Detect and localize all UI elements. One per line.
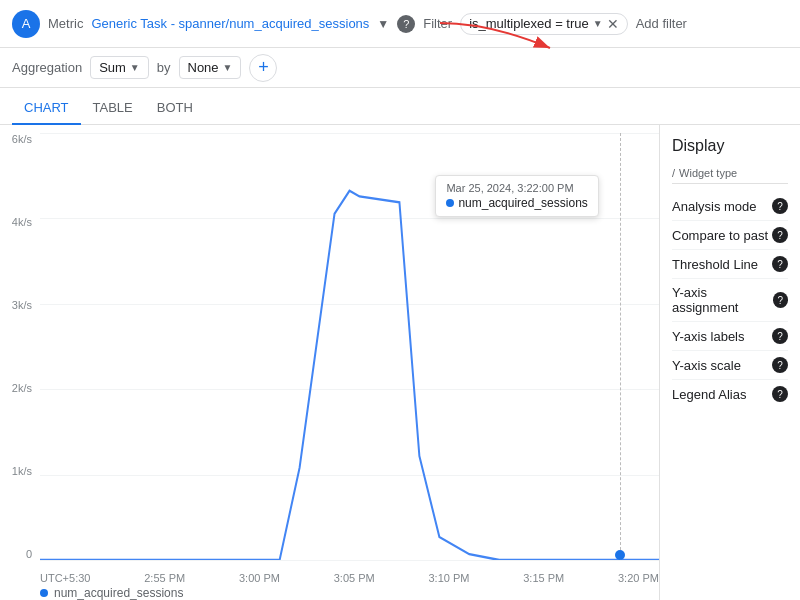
tab-row: CHART TABLE BOTH [0, 88, 800, 125]
display-panel: Display Widget type Analysis mode ? Comp… [660, 125, 800, 600]
panel-item-threshold-line[interactable]: Threshold Line ? [672, 250, 788, 279]
endpoint-dot [615, 550, 625, 560]
analysis-mode-help-icon[interactable]: ? [772, 198, 788, 214]
metric-label: Metric [48, 16, 83, 31]
x-label-320: 3:20 PM [618, 572, 659, 584]
panel-item-y-axis-scale[interactable]: Y-axis scale ? [672, 351, 788, 380]
grid-line-0 [40, 560, 659, 561]
secondary-toolbar: Aggregation Sum ▼ by None ▼ + [0, 48, 800, 88]
compare-to-past-help-icon[interactable]: ? [772, 227, 788, 243]
sum-select[interactable]: Sum ▼ [90, 56, 149, 79]
y-label-3k: 3k/s [12, 299, 32, 311]
help-icon[interactable]: ? [397, 15, 415, 33]
x-label-310: 3:10 PM [428, 572, 469, 584]
legend-alias-label: Legend Alias [672, 387, 746, 402]
by-label: by [157, 60, 171, 75]
legend-alias-help-icon[interactable]: ? [772, 386, 788, 402]
panel-item-legend-alias[interactable]: Legend Alias ? [672, 380, 788, 408]
chart-legend: num_acquired_sessions [40, 586, 183, 600]
main-area: 6k/s 4k/s 3k/s 2k/s 1k/s 0 Mar 25, 202 [0, 125, 800, 600]
add-aggregation-button[interactable]: + [249, 54, 277, 82]
y-label-4k: 4k/s [12, 216, 32, 228]
threshold-line-label: Threshold Line [672, 257, 758, 272]
tab-both[interactable]: BOTH [145, 92, 205, 125]
avatar: A [12, 10, 40, 38]
y-label-0: 0 [26, 548, 32, 560]
y-label-6k: 6k/s [12, 133, 32, 145]
tab-chart[interactable]: CHART [12, 92, 81, 125]
analysis-mode-label: Analysis mode [672, 199, 757, 214]
none-select[interactable]: None ▼ [179, 56, 242, 79]
y-axis-labels-help-icon[interactable]: ? [772, 328, 788, 344]
widget-type-header: Widget type [672, 167, 788, 184]
top-toolbar: A Metric Generic Task - spanner/num_acqu… [0, 0, 800, 48]
display-panel-title: Display [672, 137, 788, 155]
chart-svg [40, 133, 659, 560]
panel-item-y-axis-labels[interactable]: Y-axis labels ? [672, 322, 788, 351]
metric-value[interactable]: Generic Task - spanner/num_acquired_sess… [91, 16, 369, 31]
legend-label: num_acquired_sessions [54, 586, 183, 600]
x-label-utc: UTC+5:30 [40, 572, 90, 584]
tab-table[interactable]: TABLE [81, 92, 145, 125]
y-label-2k: 2k/s [12, 382, 32, 394]
y-axis-scale-help-icon[interactable]: ? [772, 357, 788, 373]
compare-to-past-label: Compare to past [672, 228, 768, 243]
dashed-vertical-line [620, 133, 621, 560]
y-axis-labels-label: Y-axis labels [672, 329, 745, 344]
sum-value: Sum [99, 60, 126, 75]
filter-label: Filter [423, 16, 452, 31]
x-label-305: 3:05 PM [334, 572, 375, 584]
filter-chip-text: is_multiplexed = true [469, 16, 589, 31]
aggregation-label: Aggregation [12, 60, 82, 75]
y-axis-assignment-help-icon[interactable]: ? [773, 292, 788, 308]
y-axis-scale-label: Y-axis scale [672, 358, 741, 373]
panel-item-y-axis-assignment[interactable]: Y-axis assignment ? [672, 279, 788, 322]
y-label-1k: 1k/s [12, 465, 32, 477]
x-label-255: 2:55 PM [144, 572, 185, 584]
x-axis: UTC+5:30 2:55 PM 3:00 PM 3:05 PM 3:10 PM… [40, 572, 659, 584]
filter-remove-icon[interactable]: ✕ [607, 16, 619, 32]
panel-item-analysis-mode[interactable]: Analysis mode ? [672, 192, 788, 221]
none-dropdown-icon: ▼ [223, 62, 233, 73]
threshold-line-help-icon[interactable]: ? [772, 256, 788, 272]
chart-area: 6k/s 4k/s 3k/s 2k/s 1k/s 0 Mar 25, 202 [0, 125, 660, 600]
x-label-315: 3:15 PM [523, 572, 564, 584]
y-axis-assignment-label: Y-axis assignment [672, 285, 773, 315]
none-value: None [188, 60, 219, 75]
chart-line [40, 191, 659, 560]
filter-chip[interactable]: is_multiplexed = true ▼ ✕ [460, 13, 628, 35]
metric-dropdown-icon[interactable]: ▼ [377, 17, 389, 31]
legend-dot [40, 589, 48, 597]
x-label-300: 3:00 PM [239, 572, 280, 584]
filter-dropdown-icon[interactable]: ▼ [593, 18, 603, 29]
sum-dropdown-icon: ▼ [130, 62, 140, 73]
y-axis: 6k/s 4k/s 3k/s 2k/s 1k/s 0 [0, 133, 38, 560]
panel-item-compare-to-past[interactable]: Compare to past ? [672, 221, 788, 250]
add-filter-button[interactable]: Add filter [636, 16, 687, 31]
